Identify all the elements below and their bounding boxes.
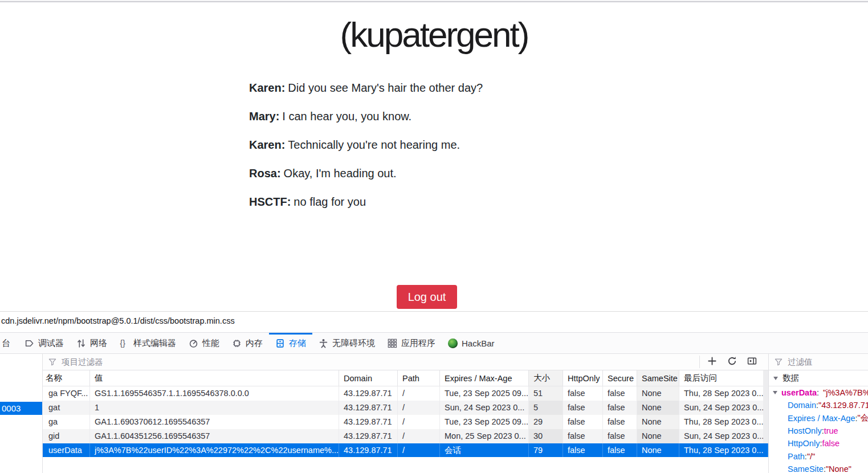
devtools-panel: 台调试器网络{}样式编辑器性能内存存储无障碍环境应用程序HackBar 0003… bbox=[0, 332, 868, 473]
cookie-row[interactable]: userDataj%3A%7B%22userID%22%3A%22972%22%… bbox=[43, 443, 768, 458]
chat-message: Karen:Did you see Mary's hair the other … bbox=[249, 79, 483, 96]
tab-debugger[interactable]: 调试器 bbox=[18, 333, 70, 353]
tree-key: HostOnly bbox=[788, 426, 824, 435]
cookie-cell-samesite: None bbox=[637, 443, 679, 458]
column-header-size[interactable]: 大小 bbox=[529, 370, 563, 386]
cookie-cell-samesite: None bbox=[637, 415, 679, 429]
tab-label: 性能 bbox=[202, 338, 219, 349]
tree-row-expiresmaxage[interactable]: Expires / Max-Age"会话" bbox=[769, 412, 868, 425]
cookie-cell-expires: Tue, 23 Sep 2025 09... bbox=[440, 386, 529, 401]
cookie-cell-size: 79 bbox=[529, 443, 563, 458]
cookie-cell-name: gid bbox=[43, 429, 90, 443]
chat-message: Rosa:Okay, I'm heading out. bbox=[249, 165, 483, 182]
storage-icon bbox=[275, 339, 285, 348]
tab-performance[interactable]: 性能 bbox=[182, 333, 226, 353]
cookie-cell-size: 30 bbox=[529, 429, 563, 443]
chevron-down-icon[interactable] bbox=[773, 391, 777, 394]
tab-accessibility[interactable]: 无障碍环境 bbox=[312, 333, 381, 353]
column-header-name[interactable]: 名称 bbox=[43, 370, 90, 386]
tab-console-partial[interactable]: 台 bbox=[0, 333, 18, 353]
column-header-samesite[interactable]: SameSite bbox=[637, 370, 679, 386]
cookie-cell-samesite: None bbox=[637, 386, 679, 401]
cookie-cell-domain: 43.129.87.71 bbox=[339, 401, 398, 415]
cookie-row[interactable]: gat143.129.87.71/Sun, 24 Sep 2023 0...5f… bbox=[43, 401, 768, 415]
cookie-cell-accessed: Thu, 28 Sep 2023 0... bbox=[679, 386, 768, 401]
tree-row-hostonly[interactable]: HostOnlytrue bbox=[769, 425, 868, 437]
column-header-secure[interactable]: Secure bbox=[603, 370, 637, 386]
column-header-domain[interactable]: Domain bbox=[339, 370, 398, 386]
logout-button[interactable]: Log out bbox=[397, 285, 457, 309]
refresh-items-button[interactable] bbox=[724, 354, 740, 369]
storage-main: 名称值DomainPathExpires / Max-Age大小HttpOnly… bbox=[43, 354, 768, 473]
cookie-cell-expires: Mon, 25 Sep 2023 0... bbox=[440, 429, 529, 443]
cookie-cell-path: / bbox=[398, 443, 440, 458]
add-item-icon bbox=[707, 356, 717, 368]
cookie-cell-httponly: false bbox=[563, 415, 603, 429]
chat-text: Did you see Mary's hair the other day? bbox=[288, 81, 483, 94]
cookie-cell-httponly: false bbox=[563, 386, 603, 401]
values-filter-toolbar bbox=[769, 354, 868, 370]
tree-row-httponly[interactable]: HttpOnlyfalse bbox=[769, 437, 868, 450]
tree-row-samesite[interactable]: SameSite"None" bbox=[769, 463, 868, 473]
column-header-path[interactable]: Path bbox=[398, 370, 440, 386]
tree-row-root[interactable]: userData"j%3A%7B%2 bbox=[769, 386, 868, 399]
page-title: (kupatergent) bbox=[0, 14, 868, 55]
cookie-cell-httponly: false bbox=[563, 429, 603, 443]
cookie-row[interactable]: ga FYQF...GS1.1.1695546357.1.1.169554637… bbox=[43, 386, 768, 401]
style-editor-icon: {} bbox=[120, 339, 129, 348]
chevron-down-icon[interactable] bbox=[773, 377, 778, 380]
tab-network[interactable]: 网络 bbox=[70, 333, 113, 353]
tree-value: false bbox=[822, 439, 840, 448]
network-icon bbox=[76, 339, 86, 348]
cookie-cell-httponly: false bbox=[563, 443, 603, 458]
tree-key: userData bbox=[781, 388, 819, 397]
column-header-accessed[interactable]: 最后访问 bbox=[679, 370, 768, 386]
cookie-data-sidebar: 数据 userData"j%3A%7B%2Domain"43.129.87.71… bbox=[768, 354, 868, 473]
cookie-cell-name: ga FYQF... bbox=[43, 386, 90, 401]
table-scrollbar[interactable] bbox=[763, 370, 768, 443]
cookie-cell-httponly: false bbox=[563, 401, 603, 415]
cookie-cell-accessed: Sun, 24 Sep 2023 0... bbox=[679, 429, 768, 443]
cookie-table: 名称值DomainPathExpires / Max-Age大小HttpOnly… bbox=[43, 370, 768, 457]
column-header-value[interactable]: 值 bbox=[90, 370, 339, 386]
cookie-cell-secure: false bbox=[603, 443, 637, 458]
items-filter-input[interactable] bbox=[60, 357, 129, 367]
data-section-header[interactable]: 数据 bbox=[769, 370, 868, 386]
tree-row-domain[interactable]: Domain"43.129.87.71" bbox=[769, 399, 868, 411]
tree-row-path[interactable]: Path"/" bbox=[769, 450, 868, 462]
chat-text: Technically you're not hearing me. bbox=[288, 138, 460, 151]
tab-application[interactable]: 应用程序 bbox=[381, 333, 442, 353]
cookie-row[interactable]: gidGA1.1.604351256.169554635743.129.87.7… bbox=[43, 429, 768, 443]
storage-sidebar: 0003 bbox=[0, 354, 43, 473]
accessibility-icon bbox=[319, 339, 328, 348]
tree-key: Path bbox=[788, 452, 807, 461]
link-status-bar: cdn.jsdelivr.net/npm/bootstrap@5.0.1/dis… bbox=[0, 315, 241, 327]
cookie-cell-expires: 会话 bbox=[440, 443, 529, 458]
cookie-cell-size: 51 bbox=[529, 386, 563, 401]
performance-icon bbox=[189, 339, 198, 348]
cookie-table-header: 名称值DomainPathExpires / Max-Age大小HttpOnly… bbox=[43, 370, 768, 386]
values-filter-input[interactable] bbox=[787, 357, 855, 367]
column-header-httponly[interactable]: HttpOnly bbox=[563, 370, 603, 386]
tab-styleeditor[interactable]: {}样式编辑器 bbox=[113, 333, 182, 353]
chat-message: Karen:Technically you're not hearing me. bbox=[249, 136, 483, 153]
toggle-pane-icon bbox=[747, 356, 757, 368]
tab-label: 应用程序 bbox=[401, 338, 435, 349]
tab-storage[interactable]: 存储 bbox=[269, 333, 312, 353]
cookie-row[interactable]: gaGA1.1.690370612.169554635743.129.87.71… bbox=[43, 415, 768, 429]
chat-text: Okay, I'm heading out. bbox=[284, 167, 397, 180]
cookie-cell-accessed: Thu, 28 Sep 2023 0... bbox=[679, 443, 768, 458]
tree-key: SameSite bbox=[788, 464, 826, 473]
chat-text: I can hear you, you know. bbox=[282, 110, 411, 123]
tab-memory[interactable]: 内存 bbox=[226, 333, 269, 353]
chat-speaker: HSCTF: bbox=[249, 195, 291, 208]
sidebar-item-host[interactable]: 0003 bbox=[0, 402, 42, 415]
svg-text:{}: {} bbox=[120, 339, 126, 348]
toggle-sidebar-pane-button[interactable] bbox=[744, 354, 760, 369]
add-item-button[interactable] bbox=[704, 354, 720, 369]
tab-hackbar[interactable]: HackBar bbox=[442, 333, 501, 353]
memory-icon bbox=[232, 339, 242, 348]
chat-message: HSCTF:no flag for you bbox=[249, 193, 483, 210]
tree-value: "None" bbox=[826, 464, 851, 473]
column-header-expires[interactable]: Expires / Max-Age bbox=[440, 370, 529, 386]
